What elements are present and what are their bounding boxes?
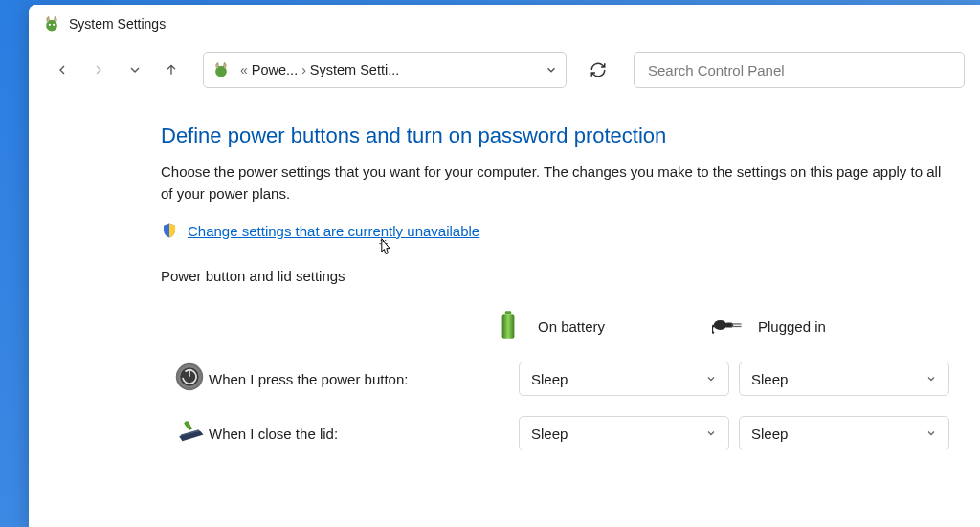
columns-header: On battery Plugged in [161, 309, 949, 344]
close-lid-row: When I close the lid: Sleep Sleep [161, 415, 949, 451]
svg-point-0 [46, 20, 57, 32]
svg-rect-9 [731, 326, 741, 327]
cursor-icon [376, 237, 395, 260]
laptop-icon [174, 415, 207, 451]
breadcrumb-dropdown[interactable] [545, 63, 558, 77]
forward-button[interactable] [80, 52, 117, 88]
breadcrumb-separator: « [240, 62, 248, 77]
power-button-battery-dropdown[interactable]: Sleep [519, 362, 729, 396]
breadcrumb-item-2[interactable]: System Setti... [310, 62, 399, 77]
svg-point-1 [49, 24, 51, 26]
on-battery-label: On battery [538, 318, 605, 335]
plug-icon [712, 309, 745, 344]
breadcrumb-item-1[interactable]: Powe... [252, 62, 298, 77]
content: Define power buttons and turn on passwor… [29, 97, 980, 490]
change-settings-link-row: Change settings that are currently unava… [161, 222, 949, 239]
window-title: System Settings [69, 16, 166, 32]
window: System Settings « Powe... › System Setti… [29, 5, 980, 527]
recent-dropdown[interactable] [117, 52, 153, 88]
on-battery-column: On battery [492, 309, 712, 344]
svg-point-3 [215, 66, 227, 77]
svg-rect-8 [731, 323, 741, 324]
refresh-button[interactable] [580, 52, 616, 88]
close-lid-plugged-dropdown[interactable]: Sleep [739, 416, 949, 450]
close-lid-battery-dropdown[interactable]: Sleep [519, 416, 729, 450]
page-description: Choose the power settings that you want … [161, 162, 949, 205]
svg-rect-5 [502, 314, 515, 339]
change-settings-link[interactable]: Change settings that are currently unava… [188, 223, 479, 239]
svg-point-2 [53, 24, 55, 26]
folder-icon [212, 60, 231, 79]
plugged-in-column: Plugged in [712, 309, 932, 344]
svg-point-6 [714, 320, 727, 330]
back-button[interactable] [44, 52, 80, 88]
breadcrumb[interactable]: « Powe... › System Setti... [203, 52, 567, 88]
shield-icon [161, 222, 178, 239]
svg-rect-4 [505, 311, 511, 314]
plugged-in-label: Plugged in [758, 318, 826, 335]
power-button-plugged-dropdown[interactable]: Sleep [739, 362, 949, 396]
power-button-icon [174, 362, 205, 396]
chevron-right-icon: › [301, 62, 306, 77]
page-heading: Define power buttons and turn on passwor… [161, 123, 949, 148]
power-button-label: When I press the power button: [209, 371, 509, 387]
battery-icon [492, 309, 524, 344]
search-input[interactable] [648, 62, 950, 78]
app-icon [42, 14, 61, 33]
up-button[interactable] [153, 52, 189, 88]
search-field[interactable] [634, 52, 965, 88]
title-bar: System Settings [29, 5, 980, 43]
svg-rect-13 [189, 369, 190, 377]
section-title: Power button and lid settings [161, 268, 949, 288]
power-button-row: When I press the power button: Sleep Sle… [161, 362, 949, 396]
nav-bar: « Powe... › System Setti... [29, 43, 980, 97]
close-lid-label: When I close the lid: [209, 426, 509, 442]
